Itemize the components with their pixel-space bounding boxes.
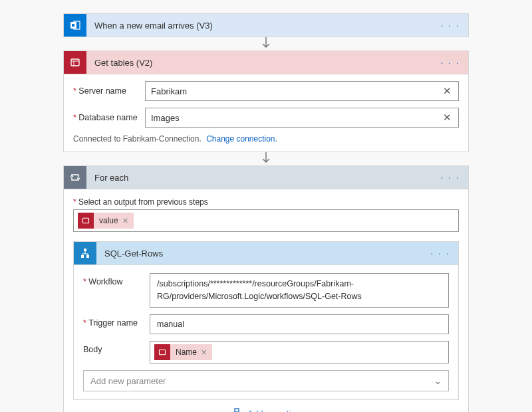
svg-rect-7 <box>86 255 89 258</box>
connection-info: Connected to Fabrikam-Connection. Change… <box>73 134 459 144</box>
server-name-field: Server name Fabrikam ✕ <box>73 81 459 101</box>
sql-icon <box>154 344 170 360</box>
get-tables-title: Get tables (V2) <box>94 58 438 68</box>
change-connection-link[interactable]: Change connection. <box>206 134 277 144</box>
add-action-button[interactable]: Add an action <box>73 400 459 412</box>
more-icon[interactable]: · · · <box>438 169 463 185</box>
sql-icon <box>78 213 94 229</box>
sql-get-rows-title: SQL-Get-Rows <box>104 249 428 258</box>
add-step-icon <box>231 408 242 412</box>
select-output-label: * Select an output from previous steps <box>73 197 459 207</box>
body-input[interactable]: Name ✕ <box>150 341 449 363</box>
trigger-name-label: Trigger name <box>83 314 150 335</box>
svg-rect-2 <box>72 24 74 27</box>
database-name-input[interactable]: Images ✕ <box>145 108 459 128</box>
value-token[interactable]: value ✕ <box>78 213 134 229</box>
get-tables-card: Get tables (V2) · · · Server name Fabrik… <box>63 51 469 152</box>
svg-rect-9 <box>235 409 239 412</box>
more-icon[interactable]: · · · <box>428 245 453 261</box>
database-name-label: Database name <box>73 113 145 122</box>
trigger-header[interactable]: When a new email arrives (V3) · · · <box>64 14 468 37</box>
workflow-label: Workflow <box>83 273 150 308</box>
connector-arrow <box>63 152 469 165</box>
remove-token-icon[interactable]: ✕ <box>201 348 212 357</box>
server-name-input[interactable]: Fabrikam ✕ <box>145 81 459 101</box>
foreach-body: * Select an output from previous steps v… <box>64 189 468 412</box>
name-token[interactable]: Name ✕ <box>154 344 212 360</box>
svg-rect-8 <box>160 350 166 356</box>
add-parameter-dropdown[interactable]: Add new parameter ⌄ <box>83 370 449 391</box>
select-output-input[interactable]: value ✕ <box>73 209 459 232</box>
trigger-name-input[interactable]: manual <box>150 314 449 335</box>
svg-rect-6 <box>81 255 84 258</box>
foreach-title: For each <box>94 173 438 183</box>
chevron-down-icon: ⌄ <box>434 376 442 386</box>
svg-rect-5 <box>84 249 86 251</box>
body-label: Body <box>83 341 150 363</box>
svg-rect-3 <box>71 59 79 66</box>
sql-get-rows-header[interactable]: SQL-Get-Rows · · · <box>74 242 458 264</box>
loop-icon <box>64 166 86 189</box>
sql-get-rows-body: Workflow /subscriptions/*************/re… <box>74 264 458 399</box>
server-name-label: Server name <box>73 86 145 96</box>
sql-get-rows-card: SQL-Get-Rows · · · Workflow /subscriptio… <box>73 241 459 400</box>
remove-token-icon[interactable]: ✕ <box>122 217 134 225</box>
get-tables-body: Server name Fabrikam ✕ Database name Ima… <box>64 74 468 152</box>
outlook-icon <box>64 14 86 37</box>
workflow-icon <box>74 242 96 264</box>
get-tables-header[interactable]: Get tables (V2) · · · <box>64 51 468 74</box>
foreach-header[interactable]: For each · · · <box>64 166 468 189</box>
trigger-card: When a new email arrives (V3) · · · <box>63 13 469 37</box>
body-field: Body Name ✕ <box>83 341 449 363</box>
database-name-field: Database name Images ✕ <box>73 108 459 128</box>
workflow-input[interactable]: /subscriptions/*************/resourceGro… <box>150 273 449 308</box>
connector-arrow <box>63 37 469 51</box>
foreach-card: For each · · · * Select an output from p… <box>63 165 469 412</box>
clear-icon[interactable]: ✕ <box>442 85 453 97</box>
trigger-name-field: Trigger name manual <box>83 314 449 335</box>
sql-icon <box>64 51 86 74</box>
workflow-field: Workflow /subscriptions/*************/re… <box>83 273 449 308</box>
clear-icon[interactable]: ✕ <box>442 112 453 124</box>
trigger-title: When a new email arrives (V3) <box>94 21 438 31</box>
more-icon[interactable]: · · · <box>438 54 463 70</box>
more-icon[interactable]: · · · <box>438 17 463 33</box>
svg-rect-4 <box>83 218 89 223</box>
